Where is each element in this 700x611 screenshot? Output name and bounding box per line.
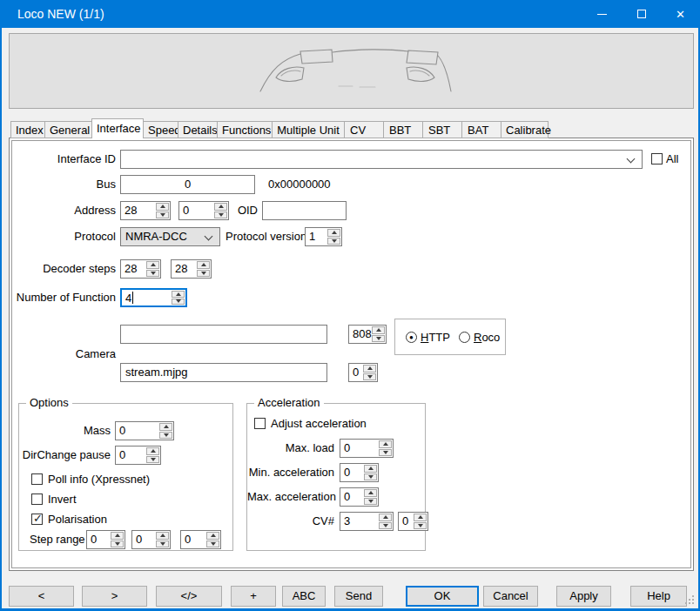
roco-radio[interactable] — [459, 332, 470, 343]
spin-down-icon[interactable] — [372, 335, 385, 343]
tab-general[interactable]: General — [44, 121, 92, 138]
spin-down-icon[interactable] — [379, 449, 392, 457]
cv-number-label: CV# — [247, 512, 334, 531]
spin-up-icon[interactable] — [363, 365, 376, 373]
spin-down-icon[interactable] — [159, 432, 172, 440]
step-range-label: Step range — [30, 530, 85, 549]
polarisation-checkbox-label[interactable]: Polarisation — [48, 513, 107, 527]
spin-up-icon[interactable] — [206, 532, 219, 540]
camera-stream-index-spinner[interactable]: 0 — [348, 363, 378, 382]
spin-up-icon[interactable] — [372, 326, 385, 334]
invert-checkbox-label[interactable]: Invert — [48, 493, 77, 507]
spin-up-icon[interactable] — [172, 291, 185, 298]
mass-spinner[interactable]: 0 — [115, 421, 174, 440]
tab-interface[interactable]: Interface — [91, 118, 144, 138]
tab-index[interactable]: Index — [10, 121, 45, 138]
spin-up-icon[interactable] — [364, 489, 377, 497]
code-button[interactable]: </> — [156, 586, 222, 607]
tab-cv[interactable]: CV — [344, 121, 384, 138]
spin-down-icon[interactable] — [156, 540, 169, 548]
cv-value-spinner[interactable]: 3 — [340, 512, 394, 531]
spin-down-icon[interactable] — [327, 238, 340, 245]
tab-speed[interactable]: Speed — [143, 121, 178, 138]
close-button[interactable]: ✕ — [661, 0, 700, 28]
camera-port-spinner[interactable]: 8081 — [348, 325, 387, 344]
spin-down-icon[interactable] — [363, 373, 376, 381]
spin-down-icon[interactable] — [156, 212, 169, 219]
spin-up-icon[interactable] — [364, 465, 377, 473]
maximize-button[interactable] — [622, 0, 661, 28]
adjust-acceleration-checkbox-label[interactable]: Adjust acceleration — [271, 417, 367, 431]
camera-url-input[interactable] — [120, 325, 327, 344]
spin-down-icon[interactable] — [146, 270, 159, 278]
spin-up-icon[interactable] — [111, 532, 124, 540]
add-button[interactable]: + — [231, 586, 276, 607]
spin-down-icon[interactable] — [146, 456, 159, 464]
spin-up-icon[interactable] — [414, 514, 427, 521]
options-group-title: Options — [26, 396, 72, 410]
poll-info-checkbox[interactable] — [31, 473, 43, 485]
tab-multiple-unit[interactable]: Multiple Unit — [272, 121, 345, 138]
spin-up-icon[interactable] — [156, 532, 169, 540]
camera-stream-input[interactable]: stream.mjpg — [120, 363, 327, 382]
step-range-spinner-2[interactable]: 0 — [131, 530, 171, 549]
tab-sbt[interactable]: SBT — [422, 121, 462, 138]
ok-button[interactable]: OK — [406, 586, 479, 607]
spin-up-icon[interactable] — [327, 229, 340, 237]
spin-up-icon[interactable] — [379, 440, 392, 448]
spin-down-icon[interactable] — [364, 498, 377, 506]
spin-up-icon[interactable] — [156, 203, 169, 211]
apply-button[interactable]: Apply — [556, 586, 611, 607]
spin-down-icon[interactable] — [206, 540, 219, 548]
step-range-spinner-1[interactable]: 0 — [86, 530, 125, 549]
spin-up-icon[interactable] — [159, 423, 172, 431]
tab-bat[interactable]: BAT — [461, 121, 501, 138]
max-load-spinner[interactable]: 0 — [340, 439, 394, 458]
step-range-spinner-3[interactable]: 0 — [180, 530, 221, 549]
tab-bbt[interactable]: BBT — [383, 121, 423, 138]
decoder-steps-forward-spinner[interactable]: 28 — [120, 259, 161, 279]
cv-secondary-spinner[interactable]: 0 — [398, 512, 428, 531]
send-button[interactable]: Send — [334, 586, 383, 607]
spin-down-icon[interactable] — [364, 473, 377, 481]
spin-down-icon[interactable] — [197, 270, 210, 278]
interface-id-combobox[interactable] — [120, 150, 643, 169]
poll-info-checkbox-label[interactable]: Poll info (Xpressnet) — [48, 473, 150, 487]
http-radio[interactable]: ● — [406, 332, 417, 343]
spin-down-icon[interactable] — [111, 540, 124, 548]
spin-down-icon[interactable] — [172, 299, 185, 306]
next-loco-button[interactable]: > — [82, 586, 147, 607]
previous-loco-button[interactable]: < — [9, 586, 74, 607]
roco-radio-label[interactable]: Roco — [474, 331, 500, 345]
protocol-combobox[interactable]: NMRA-DCC — [120, 227, 220, 246]
oid-input[interactable] — [262, 201, 347, 220]
min-acceleration-spinner[interactable]: 0 — [340, 463, 379, 482]
tab-functions[interactable]: Functions — [217, 121, 273, 138]
address-primary-spinner[interactable]: 28 — [120, 201, 171, 220]
spin-up-icon[interactable] — [379, 514, 392, 521]
adjust-acceleration-checkbox[interactable] — [254, 418, 266, 429]
bus-input[interactable]: 0 — [120, 175, 255, 194]
http-radio-label[interactable]: HTTP — [421, 331, 450, 345]
spin-up-icon[interactable] — [197, 261, 210, 269]
number-of-function-spinner[interactable]: 4 — [120, 288, 187, 307]
tab-details[interactable]: Details — [178, 121, 218, 138]
spin-down-icon[interactable] — [379, 522, 392, 530]
resize-grip[interactable] — [692, 602, 694, 604]
decoder-steps-reverse-spinner[interactable]: 28 — [171, 259, 212, 279]
minimize-button[interactable] — [582, 0, 622, 28]
dirchange-pause-spinner[interactable]: 0 — [115, 446, 161, 465]
spin-up-icon[interactable] — [146, 447, 159, 455]
abc-button[interactable]: ABC — [282, 586, 326, 607]
invert-checkbox[interactable] — [31, 494, 43, 505]
protocol-version-spinner[interactable]: 1 — [305, 227, 342, 246]
tab-calibrate[interactable]: Calibrate — [501, 121, 549, 138]
help-button[interactable]: Help — [630, 586, 687, 607]
dirchange-pause-label: DirChange pause — [19, 446, 111, 465]
spin-down-icon[interactable] — [414, 522, 427, 530]
polarisation-checkbox[interactable]: ✓ — [31, 514, 43, 525]
spin-up-icon[interactable] — [146, 261, 159, 269]
cancel-button[interactable]: Cancel — [483, 586, 538, 607]
max-acceleration-spinner[interactable]: 0 — [340, 487, 379, 507]
all-checkbox[interactable] — [651, 153, 663, 164]
